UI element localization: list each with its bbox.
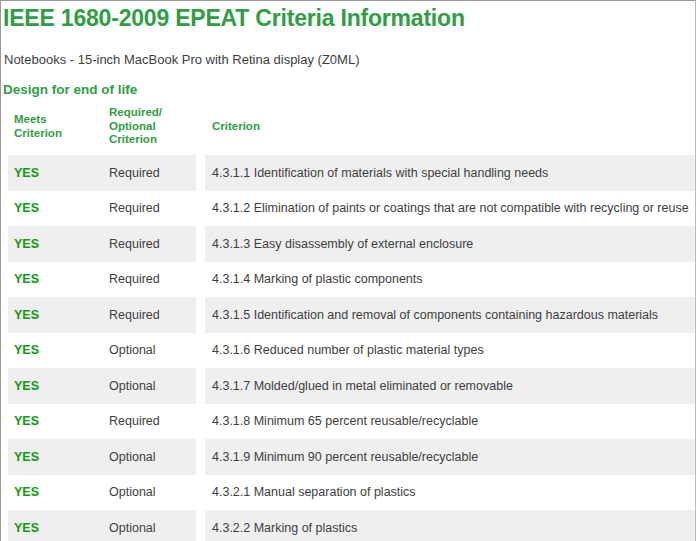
meets-criterion-cell: YES <box>8 343 109 357</box>
table-row: YES Optional 4.3.2.2 Marking of plastics <box>1 510 695 541</box>
table-row: YES Optional 4.3.1.7 Molded/glued in met… <box>1 368 695 404</box>
header-required-optional: Required/ Optional Criterion <box>109 106 196 147</box>
criterion-cell: 4.3.1.6 Reduced number of plastic materi… <box>212 343 484 357</box>
criterion-cell: 4.3.1.3 Easy disassembly of external enc… <box>212 237 473 251</box>
row-left-cells: YES Required <box>8 191 196 227</box>
criterion-cell: 4.3.1.7 Molded/glued in metal eliminated… <box>212 379 513 393</box>
criterion-cell-wrap: 4.3.1.2 Elimination of paints or coating… <box>205 191 695 227</box>
row-left-cells: YES Required <box>8 155 196 191</box>
row-left-cells: YES Optional <box>8 439 196 475</box>
criterion-cell: 4.3.1.9 Minimum 90 percent reusable/recy… <box>212 450 478 464</box>
required-optional-cell: Required <box>109 272 196 286</box>
row-left-cells: YES Optional <box>8 475 196 511</box>
row-left-cells: YES Required <box>8 226 196 262</box>
header-meets-criterion: Meets Criterion <box>8 113 109 140</box>
product-subtitle: Notebooks - 15-inch MacBook Pro with Ret… <box>4 52 695 68</box>
table-rows: YES Required 4.3.1.1 Identification of m… <box>1 155 695 541</box>
criterion-cell: 4.3.1.1 Identification of materials with… <box>212 166 548 180</box>
meets-criterion-cell: YES <box>8 166 109 180</box>
table-row: YES Required 4.3.1.4 Marking of plastic … <box>1 262 695 298</box>
required-optional-cell: Required <box>109 237 196 251</box>
meets-criterion-cell: YES <box>8 379 109 393</box>
meets-criterion-cell: YES <box>8 450 109 464</box>
criterion-cell-wrap: 4.3.1.5 Identification and removal of co… <box>205 297 695 333</box>
required-optional-cell: Required <box>109 308 196 322</box>
table-row: YES Required 4.3.1.3 Easy disassembly of… <box>1 226 695 262</box>
header-criterion: Criterion <box>212 120 260 134</box>
required-optional-cell: Optional <box>109 485 196 499</box>
row-left-cells: YES Optional <box>8 510 196 541</box>
epeat-criteria-page: IEEE 1680-2009 EPEAT Criteria Informatio… <box>0 0 696 541</box>
page-title: IEEE 1680-2009 EPEAT Criteria Informatio… <box>3 6 695 31</box>
header-right-cell: Criterion <box>205 98 695 155</box>
table-row: YES Optional 4.3.1.9 Minimum 90 percent … <box>1 439 695 475</box>
table-row: YES Optional 4.3.1.6 Reduced number of p… <box>1 333 695 369</box>
criterion-cell-wrap: 4.3.1.6 Reduced number of plastic materi… <box>205 333 695 369</box>
meets-criterion-cell: YES <box>8 237 109 251</box>
table-header-row: Meets Criterion Required/ Optional Crite… <box>1 98 695 155</box>
meets-criterion-cell: YES <box>8 414 109 428</box>
required-optional-cell: Required <box>109 414 196 428</box>
criterion-cell: 4.3.2.2 Marking of plastics <box>212 521 357 535</box>
criterion-cell: 4.3.1.4 Marking of plastic components <box>212 272 423 286</box>
criterion-cell: 4.3.1.2 Elimination of paints or coating… <box>212 201 689 215</box>
criterion-cell-wrap: 4.3.2.2 Marking of plastics <box>205 510 695 541</box>
criterion-cell-wrap: 4.3.2.1 Manual separation of plastics <box>205 475 695 511</box>
criteria-table: Meets Criterion Required/ Optional Crite… <box>1 98 695 541</box>
header-left-cells: Meets Criterion Required/ Optional Crite… <box>8 98 196 155</box>
required-optional-cell: Optional <box>109 379 196 393</box>
criterion-cell-wrap: 4.3.1.1 Identification of materials with… <box>205 155 695 191</box>
meets-criterion-cell: YES <box>8 308 109 322</box>
required-optional-cell: Optional <box>109 521 196 535</box>
row-left-cells: YES Required <box>8 404 196 440</box>
meets-criterion-cell: YES <box>8 485 109 499</box>
table-row: YES Required 4.3.1.1 Identification of m… <box>1 155 695 191</box>
meets-criterion-cell: YES <box>8 201 109 215</box>
table-row: YES Optional 4.3.2.1 Manual separation o… <box>1 475 695 511</box>
criterion-cell-wrap: 4.3.1.7 Molded/glued in metal eliminated… <box>205 368 695 404</box>
section-heading: Design for end of life <box>3 82 695 98</box>
row-left-cells: YES Required <box>8 297 196 333</box>
criterion-cell: 4.3.2.1 Manual separation of plastics <box>212 485 416 499</box>
meets-criterion-cell: YES <box>8 521 109 535</box>
required-optional-cell: Required <box>109 166 196 180</box>
criterion-cell-wrap: 4.3.1.8 Minimum 65 percent reusable/recy… <box>205 404 695 440</box>
table-row: YES Required 4.3.1.8 Minimum 65 percent … <box>1 404 695 440</box>
criterion-cell: 4.3.1.5 Identification and removal of co… <box>212 308 658 322</box>
row-left-cells: YES Optional <box>8 333 196 369</box>
required-optional-cell: Optional <box>109 343 196 357</box>
table-row: YES Required 4.3.1.2 Elimination of pain… <box>1 191 695 227</box>
meets-criterion-cell: YES <box>8 272 109 286</box>
criterion-cell-wrap: 4.3.1.9 Minimum 90 percent reusable/recy… <box>205 439 695 475</box>
criterion-cell: 4.3.1.8 Minimum 65 percent reusable/recy… <box>212 414 478 428</box>
row-left-cells: YES Required <box>8 262 196 298</box>
required-optional-cell: Required <box>109 201 196 215</box>
criterion-cell-wrap: 4.3.1.4 Marking of plastic components <box>205 262 695 298</box>
row-left-cells: YES Optional <box>8 368 196 404</box>
criterion-cell-wrap: 4.3.1.3 Easy disassembly of external enc… <box>205 226 695 262</box>
table-row: YES Required 4.3.1.5 Identification and … <box>1 297 695 333</box>
required-optional-cell: Optional <box>109 450 196 464</box>
